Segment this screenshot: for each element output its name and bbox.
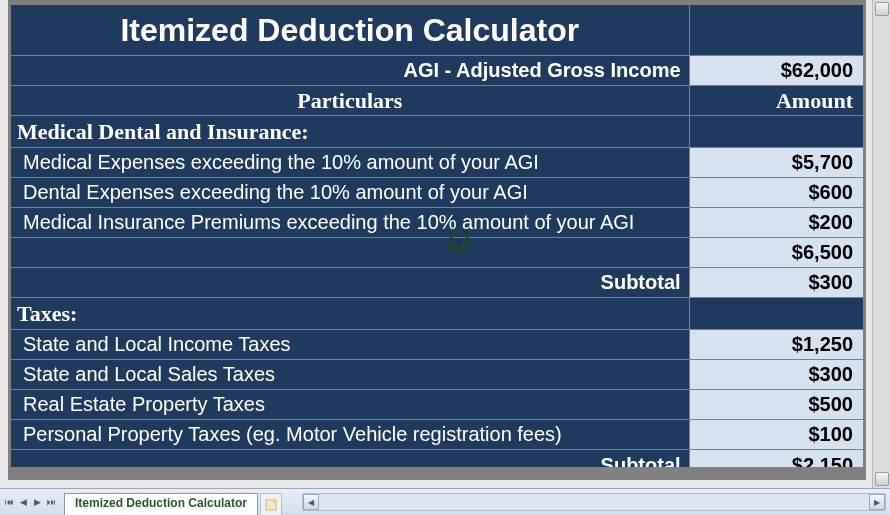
section-taxes-blank (690, 298, 864, 330)
agi-value[interactable]: $62,000 (690, 56, 864, 86)
spreadsheet-grid[interactable]: Itemized Deduction Calculator AGI - Adju… (8, 0, 866, 480)
subtotal-label: Subtotal (10, 450, 690, 468)
agi-label: AGI - Adjusted Gross Income (10, 56, 690, 86)
section-taxes-header: Taxes: (10, 298, 690, 330)
item-value[interactable]: $1,250 (690, 330, 864, 360)
item-label: Personal Property Taxes (eg. Motor Vehic… (10, 420, 690, 450)
item-label: State and Local Income Taxes (10, 330, 690, 360)
item-value[interactable]: $600 (690, 178, 864, 208)
tab-nav-prev[interactable]: ◀ (16, 493, 30, 511)
item-value[interactable]: $300 (690, 360, 864, 390)
item-label: Dental Expenses exceeding the 10% amount… (10, 178, 690, 208)
scroll-left-button[interactable]: ◀ (303, 494, 319, 510)
item-label: Medical Expenses exceeding the 10% amoun… (10, 148, 690, 178)
scroll-right-button[interactable]: ▶ (869, 494, 885, 510)
subtotal-label: Subtotal (10, 268, 690, 298)
vertical-scrollbar[interactable] (872, 0, 890, 488)
new-sheet-icon (265, 499, 277, 511)
title-blank (690, 4, 864, 56)
col-header-amount: Amount (690, 86, 864, 116)
section-medical-header: Medical Dental and Insurance: (10, 116, 690, 148)
deduction-table: Itemized Deduction Calculator AGI - Adju… (10, 4, 864, 468)
sheet-tabstrip: ⏮ ◀ ▶ ⏭ Itemized Deduction Calculator ◀ … (0, 488, 890, 515)
subtotal-value: $2,150 (690, 450, 864, 468)
item-value[interactable]: $500 (690, 390, 864, 420)
scroll-up-button[interactable] (875, 2, 889, 16)
scroll-down-button[interactable] (875, 472, 889, 486)
item-label: Medical Insurance Premiums exceeding the… (10, 208, 690, 238)
page-title: Itemized Deduction Calculator (10, 4, 690, 56)
tab-nav-next[interactable]: ▶ (30, 493, 44, 511)
new-sheet-button[interactable] (260, 493, 282, 515)
subtotal-value: $300 (690, 268, 864, 298)
tab-nav-first[interactable]: ⏮ (2, 493, 16, 511)
horizontal-scrollbar[interactable]: ◀ ▶ (302, 493, 886, 511)
item-value[interactable]: $5,700 (690, 148, 864, 178)
item-blank (10, 238, 690, 268)
item-value[interactable]: $100 (690, 420, 864, 450)
item-label: State and Local Sales Taxes (10, 360, 690, 390)
item-value[interactable]: $6,500 (690, 238, 864, 268)
tab-nav-last[interactable]: ⏭ (44, 493, 58, 511)
col-header-particulars: Particulars (10, 86, 690, 116)
item-label: Real Estate Property Taxes (10, 390, 690, 420)
item-value[interactable]: $200 (690, 208, 864, 238)
sheet-tab-active[interactable]: Itemized Deduction Calculator (64, 493, 258, 515)
section-medical-blank (690, 116, 864, 148)
